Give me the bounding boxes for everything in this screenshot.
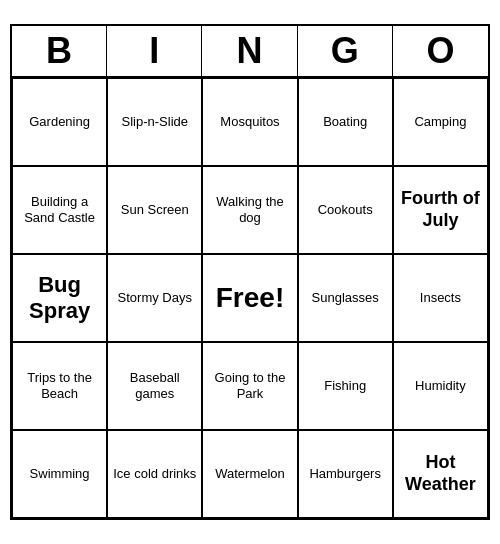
bingo-cell-18: Fishing [298,342,393,430]
bingo-cell-21: Ice cold drinks [107,430,202,518]
bingo-cell-7: Walking the dog [202,166,297,254]
bingo-cell-24: Hot Weather [393,430,488,518]
bingo-card: BINGO GardeningSlip-n-SlideMosquitosBoat… [10,24,490,520]
bingo-cell-0: Gardening [12,78,107,166]
bingo-cell-22: Watermelon [202,430,297,518]
bingo-cell-14: Insects [393,254,488,342]
bingo-cell-20: Swimming [12,430,107,518]
bingo-header: BINGO [12,26,488,78]
bingo-letter-n: N [202,26,297,76]
bingo-cell-12: Free! [202,254,297,342]
bingo-cell-2: Mosquitos [202,78,297,166]
bingo-cell-16: Baseball games [107,342,202,430]
bingo-grid: GardeningSlip-n-SlideMosquitosBoatingCam… [12,78,488,518]
bingo-cell-9: Fourth of July [393,166,488,254]
bingo-cell-17: Going to the Park [202,342,297,430]
bingo-cell-1: Slip-n-Slide [107,78,202,166]
bingo-cell-23: Hamburgers [298,430,393,518]
bingo-cell-19: Humidity [393,342,488,430]
bingo-cell-10: Bug Spray [12,254,107,342]
bingo-cell-4: Camping [393,78,488,166]
bingo-cell-8: Cookouts [298,166,393,254]
bingo-cell-5: Building a Sand Castle [12,166,107,254]
bingo-letter-i: I [107,26,202,76]
bingo-cell-13: Sunglasses [298,254,393,342]
bingo-letter-g: G [298,26,393,76]
bingo-cell-11: Stormy Days [107,254,202,342]
bingo-cell-15: Trips to the Beach [12,342,107,430]
bingo-letter-o: O [393,26,488,76]
bingo-letter-b: B [12,26,107,76]
bingo-cell-6: Sun Screen [107,166,202,254]
bingo-cell-3: Boating [298,78,393,166]
